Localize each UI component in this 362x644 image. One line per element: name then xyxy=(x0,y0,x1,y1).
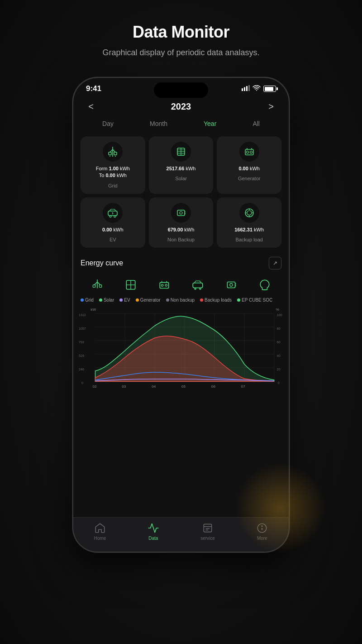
svg-text:80: 80 xyxy=(277,327,281,330)
more-icon xyxy=(256,522,268,534)
service-icon xyxy=(202,522,214,534)
grid-label: Grid xyxy=(108,183,118,188)
svg-line-6 xyxy=(113,149,115,152)
curve-backupload-icon[interactable] xyxy=(258,279,271,293)
data-icon xyxy=(148,522,159,534)
tab-home[interactable]: Home xyxy=(94,522,106,541)
wifi-icon xyxy=(252,85,261,92)
tab-year[interactable]: Year xyxy=(200,118,220,129)
svg-text:07: 07 xyxy=(241,384,246,389)
ev-card: 0.00 kWh EV xyxy=(81,197,145,248)
svg-text:20: 20 xyxy=(277,368,281,371)
svg-point-17 xyxy=(246,151,248,154)
status-time: 9:41 xyxy=(86,84,101,93)
expand-button[interactable]: ↗ xyxy=(269,257,281,269)
ev-icon xyxy=(103,203,123,223)
svg-text:60: 60 xyxy=(277,341,281,344)
nav-header: < 2023 > xyxy=(73,97,289,115)
svg-text:529: 529 xyxy=(79,354,84,357)
grid-card: Form 1.00 kWh To 0.00 kWh Grid xyxy=(81,136,145,194)
page-title: Data Monitor xyxy=(0,23,362,42)
tab-service[interactable]: service xyxy=(200,522,215,541)
nav-prev-button[interactable]: < xyxy=(84,101,98,112)
svg-line-37 xyxy=(95,282,97,285)
solar-card: 2517.66 kWh Solar xyxy=(149,136,214,194)
svg-text:0: 0 xyxy=(81,381,83,384)
svg-point-18 xyxy=(250,151,252,154)
legend-generator: Generator xyxy=(136,298,161,303)
home-icon xyxy=(94,522,106,534)
backupload-icon xyxy=(239,203,259,223)
svg-text:02: 02 xyxy=(92,384,97,389)
solar-value: 2517.66 kWh xyxy=(167,165,196,172)
curve-nonbackup-icon[interactable] xyxy=(225,279,238,293)
nonbackup-card: 679.00 kWh Non Backup xyxy=(149,197,214,248)
tab-all[interactable]: All xyxy=(249,118,263,129)
status-bar: 9:41 xyxy=(73,78,289,97)
data-tab-label: Data xyxy=(148,536,158,541)
bottom-tab-bar: Home Data service xyxy=(73,517,289,552)
page-subtitle: Graphical display of periodic data anala… xyxy=(0,48,362,58)
curve-section: Energy curve ↗ xyxy=(73,251,289,277)
home-tab-label: Home xyxy=(94,536,106,541)
svg-rect-0 xyxy=(242,88,243,91)
grid-value: Form 1.00 kWh To 0.00 kWh xyxy=(96,165,130,179)
legend-solar: Solar xyxy=(99,298,114,303)
svg-rect-7 xyxy=(109,152,111,155)
legend-grid: Grid xyxy=(81,298,94,303)
svg-text:04: 04 xyxy=(152,384,156,389)
svg-line-38 xyxy=(97,282,100,285)
svg-text:0: 0 xyxy=(278,381,280,384)
svg-text:03: 03 xyxy=(122,384,126,389)
solar-icon xyxy=(171,142,191,162)
svg-rect-2 xyxy=(246,86,248,91)
svg-point-53 xyxy=(230,284,233,286)
svg-rect-1 xyxy=(244,87,245,91)
generator-value: 0.00 kWh xyxy=(238,165,259,172)
phone-screen: 9:41 xyxy=(73,78,289,552)
generator-card: 0.00 kWh Generator xyxy=(217,136,281,194)
signal-icon xyxy=(242,85,250,92)
svg-point-51 xyxy=(200,288,201,289)
svg-text:kW: kW xyxy=(90,308,96,312)
svg-text:246: 246 xyxy=(79,368,84,371)
service-tab-label: service xyxy=(200,536,215,541)
tab-more[interactable]: More xyxy=(256,522,268,541)
curve-generator-icon[interactable] xyxy=(158,279,171,293)
backupload-value: 1662.31 kWh xyxy=(234,226,264,233)
solar-label: Solar xyxy=(175,176,187,181)
curve-solar-icon[interactable] xyxy=(124,279,137,293)
svg-point-50 xyxy=(195,288,196,289)
svg-text:793: 793 xyxy=(79,341,84,344)
svg-text:100: 100 xyxy=(277,313,282,317)
chart-legend: Grid Solar EV Generator Non backup Backu… xyxy=(73,296,289,305)
curve-title: Energy curve xyxy=(81,259,123,267)
status-icons xyxy=(242,85,276,92)
curve-grid-icon[interactable] xyxy=(91,279,104,293)
tab-data[interactable]: Data xyxy=(148,522,159,541)
svg-text:40: 40 xyxy=(277,354,281,357)
svg-text:%: % xyxy=(276,308,279,312)
curve-header: Energy curve ↗ xyxy=(81,257,281,269)
backupload-label: Backup load xyxy=(235,237,263,242)
grid-icon xyxy=(103,142,123,162)
svg-rect-8 xyxy=(114,152,117,155)
legend-nonbackup: Non backup xyxy=(166,298,195,303)
ev-value: 0.00 kWh xyxy=(102,226,123,233)
svg-point-27 xyxy=(180,211,182,214)
energy-chart: kW 1312 1057 793 529 246 0 % 100 80 60 4… xyxy=(73,305,289,396)
energy-cards-grid: Form 1.00 kWh To 0.00 kWh Grid xyxy=(73,133,289,251)
svg-point-45 xyxy=(162,284,163,286)
svg-text:1057: 1057 xyxy=(79,327,86,330)
tab-day[interactable]: Day xyxy=(99,118,117,129)
svg-rect-52 xyxy=(227,282,235,288)
svg-rect-39 xyxy=(93,285,95,287)
svg-point-31 xyxy=(247,211,252,215)
ev-label: EV xyxy=(110,237,116,242)
generator-icon xyxy=(239,142,259,162)
nav-next-button[interactable]: > xyxy=(264,101,278,112)
tab-month[interactable]: Month xyxy=(146,118,171,129)
battery-icon xyxy=(263,86,276,92)
curve-ev-icon[interactable] xyxy=(191,279,204,293)
curve-icon-row xyxy=(73,277,289,296)
